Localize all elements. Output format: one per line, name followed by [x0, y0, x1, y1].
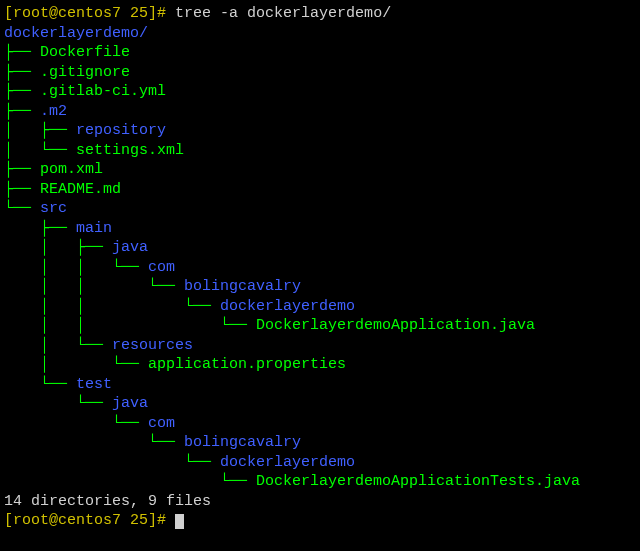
tree-line: ├── README.md	[4, 181, 121, 198]
tree-line: └── src	[4, 200, 67, 217]
tree-summary: 14 directories, 9 files	[4, 493, 211, 510]
tree-line: │ └── resources	[4, 337, 193, 354]
tree-line: ├── .gitlab-ci.yml	[4, 83, 166, 100]
terminal-output: [root@centos7 25]# tree -a dockerlayerde…	[4, 4, 636, 531]
tree-line: ├── pom.xml	[4, 161, 103, 178]
tree-line: │ └── application.properties	[4, 356, 346, 373]
tree-line: │ ├── repository	[4, 122, 166, 139]
tree-line: └── com	[4, 415, 175, 432]
cursor-block	[175, 514, 184, 529]
tree-line: │ └── settings.xml	[4, 142, 184, 159]
tree-line: └── test	[4, 376, 112, 393]
tree-line: └── java	[4, 395, 148, 412]
tree-line: └── bolingcavalry	[4, 434, 301, 451]
tree-line: │ │ └── bolingcavalry	[4, 278, 301, 295]
tree-line: │ │ └── DockerlayerdemoApplication.java	[4, 317, 535, 334]
tree-line: ├── .gitignore	[4, 64, 130, 81]
tree-line: └── DockerlayerdemoApplicationTests.java	[4, 473, 580, 490]
tree-line: └── dockerlayerdemo	[4, 454, 355, 471]
tree-root: dockerlayerdemo/	[4, 25, 148, 42]
tree-line: │ │ └── com	[4, 259, 175, 276]
tree-line: ├── Dockerfile	[4, 44, 130, 61]
tree-line: │ ├── java	[4, 239, 148, 256]
tree-line: ├── .m2	[4, 103, 67, 120]
tree-line: ├── main	[4, 220, 112, 237]
tree-line: │ │ └── dockerlayerdemo	[4, 298, 355, 315]
prompt-line-2[interactable]: [root@centos7 25]#	[4, 512, 184, 529]
prompt-line-1[interactable]: [root@centos7 25]# tree -a dockerlayerde…	[4, 5, 391, 22]
